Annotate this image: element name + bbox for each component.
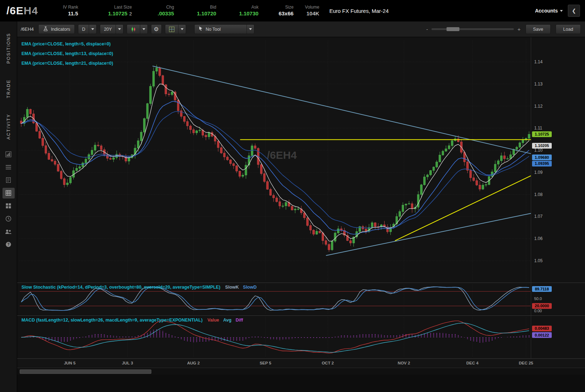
svg-text:1.10725: 1.10725 bbox=[535, 132, 549, 136]
time-axis-label: AUG 2 bbox=[187, 361, 200, 365]
chevron-down-icon bbox=[560, 10, 563, 12]
gear-icon: ⚙ bbox=[153, 26, 159, 33]
header-symbol: /6EH4 bbox=[6, 5, 38, 17]
slowk-legend: SlowK bbox=[225, 285, 239, 290]
svg-text:1.09680: 1.09680 bbox=[535, 155, 549, 160]
users-icon[interactable] bbox=[3, 226, 15, 237]
stat-value: 1.107252 bbox=[108, 10, 132, 17]
chart-scrollbar-thumb[interactable] bbox=[20, 369, 151, 374]
stat-label: Size bbox=[285, 5, 293, 10]
stat-value: 63x66 bbox=[279, 10, 294, 17]
candlestick-icon bbox=[127, 26, 140, 32]
svg-text:1.09395: 1.09395 bbox=[535, 161, 549, 166]
cursor-icon bbox=[198, 26, 203, 32]
accounts-dropdown[interactable]: Accounts bbox=[535, 8, 563, 14]
range-dropdown[interactable]: 20Y bbox=[100, 24, 123, 34]
ema21-label[interactable]: EMA (price=CLOSE, length=21, displace=0) bbox=[21, 59, 113, 68]
svg-text:0.00483: 0.00483 bbox=[535, 326, 549, 330]
time-axis-label: JUN 5 bbox=[64, 361, 76, 365]
instrument-title: Euro FX Futures, Mar-24 bbox=[329, 8, 389, 14]
timeframe-dropdown[interactable]: D bbox=[78, 24, 97, 34]
stochastic-label-row: Slow Stochastic (kPeriod=14, dPeriod=3, … bbox=[21, 285, 257, 290]
macd-diff-legend: Diff bbox=[235, 318, 243, 323]
stat-change: Chg .00335 bbox=[136, 5, 178, 17]
svg-text:1.10205: 1.10205 bbox=[535, 143, 549, 148]
zoom-control: - + bbox=[426, 26, 521, 32]
stat-value: 104K bbox=[307, 10, 320, 17]
chart-type-dropdown[interactable] bbox=[127, 24, 148, 34]
indicators-button[interactable]: Indicators bbox=[38, 24, 75, 34]
order-page-icon[interactable] bbox=[3, 175, 15, 186]
stat-volume: Volume 104K bbox=[298, 5, 323, 17]
table-grid-icon[interactable] bbox=[3, 188, 15, 199]
stat-value: .00335 bbox=[158, 10, 174, 17]
stat-label: Last Size bbox=[114, 5, 132, 10]
sidebar-tab-trade[interactable]: TRADE bbox=[6, 79, 11, 98]
macd-value-legend: Value bbox=[208, 318, 219, 323]
ema5-label[interactable]: EMA (price=CLOSE, length=5, displace=0) bbox=[21, 39, 113, 49]
svg-text:1.12: 1.12 bbox=[534, 104, 543, 109]
stochastic-study-label[interactable]: Slow Stochastic (kPeriod=14, dPeriod=3, … bbox=[21, 285, 220, 290]
trading-platform-window: /6EH4 IV Rank 11.5 Last Size 1.107252 Ch… bbox=[0, 0, 585, 392]
svg-text:1.06: 1.06 bbox=[534, 236, 543, 241]
drawing-tool-dropdown[interactable]: No Tool bbox=[194, 24, 254, 34]
save-button[interactable]: Save bbox=[526, 24, 551, 34]
chart-column-icon[interactable] bbox=[3, 149, 15, 160]
time-axis-label: NOV 2 bbox=[398, 361, 410, 365]
chart-scrollbar[interactable] bbox=[17, 368, 585, 375]
chevron-down-icon bbox=[181, 28, 184, 30]
grid-layout-icon bbox=[165, 26, 178, 32]
load-button[interactable]: Load bbox=[556, 24, 581, 34]
macd-pane[interactable]: 0.004830.00122 MACD (fastLength=12, slow… bbox=[17, 315, 585, 358]
last-size-qty: 2 bbox=[129, 11, 132, 16]
zoom-slider[interactable] bbox=[432, 28, 514, 30]
time-axis-label: OCT 2 bbox=[322, 361, 334, 365]
zoom-in-button[interactable]: + bbox=[517, 26, 521, 32]
time-axis: JUN 5JUL 3AUG 2SEP 5OCT 2NOV 2DEC 4DEC 2… bbox=[17, 358, 585, 368]
chart-settings-button[interactable]: ⚙ bbox=[151, 24, 162, 34]
stat-label: Ask bbox=[251, 5, 258, 10]
stat-bid: Bid 1.10720 bbox=[178, 5, 220, 17]
macd-study-label[interactable]: MACD (fastLength=12, slowLength=26, macd… bbox=[21, 318, 203, 323]
history-clock-icon[interactable] bbox=[3, 214, 15, 224]
price-pane[interactable]: 1.141.131.121.111.101.091.081.071.061.05… bbox=[17, 37, 585, 283]
time-axis-label: SEP 5 bbox=[260, 361, 271, 365]
stat-value: 1.10730 bbox=[239, 10, 258, 17]
sidebar-tab-activity[interactable]: ACTIVITY bbox=[6, 114, 11, 139]
svg-text:1.13: 1.13 bbox=[534, 82, 543, 87]
svg-text:0.00: 0.00 bbox=[534, 309, 542, 313]
stat-value: 11.5 bbox=[68, 10, 78, 17]
header-symbol-suffix: H4 bbox=[24, 5, 38, 16]
price-chart-canvas[interactable]: 1.141.131.121.111.101.091.081.071.061.05… bbox=[17, 37, 585, 283]
stat-ask: Ask 1.10730 bbox=[220, 5, 263, 17]
svg-text:1.09: 1.09 bbox=[534, 170, 543, 175]
quote-stats: IV Rank 11.5 Last Size 1.107252 Chg .003… bbox=[48, 5, 323, 17]
collapse-panel-button[interactable]: ❮ bbox=[568, 5, 580, 17]
stat-iv-rank: IV Rank 11.5 bbox=[48, 5, 82, 17]
zoom-slider-thumb[interactable] bbox=[447, 27, 459, 31]
svg-text:1.14: 1.14 bbox=[534, 59, 543, 64]
dashboard-squares-icon[interactable] bbox=[3, 201, 15, 211]
beaker-icon bbox=[43, 26, 48, 33]
zoom-out-button[interactable]: - bbox=[426, 26, 428, 32]
svg-text:1.07: 1.07 bbox=[534, 214, 543, 219]
list-icon[interactable] bbox=[3, 162, 15, 173]
stochastic-pane[interactable]: 50.00.0089.711820.0000 Slow Stochastic (… bbox=[17, 283, 585, 315]
svg-text:89.7118: 89.7118 bbox=[535, 287, 549, 291]
stat-size: Size 63x66 bbox=[263, 5, 298, 17]
help-icon[interactable]: ? bbox=[3, 239, 15, 250]
time-axis-label: DEC 4 bbox=[466, 361, 478, 365]
ema13-label[interactable]: EMA (price=CLOSE, length=13, displace=0) bbox=[21, 49, 113, 59]
left-sidebar: POSITIONS TRADE ACTIVITY bbox=[0, 21, 17, 392]
chevron-down-icon bbox=[142, 28, 145, 30]
stat-label: IV Rank bbox=[63, 5, 78, 10]
grid-layout-dropdown[interactable] bbox=[165, 24, 186, 34]
stat-label: Chg bbox=[166, 5, 174, 10]
sidebar-tab-positions[interactable]: POSITIONS bbox=[6, 33, 11, 64]
svg-text:1.08: 1.08 bbox=[534, 192, 543, 197]
header: /6EH4 IV Rank 11.5 Last Size 1.107252 Ch… bbox=[0, 0, 585, 21]
svg-text:1.05: 1.05 bbox=[534, 258, 543, 263]
svg-text:1.11: 1.11 bbox=[534, 126, 542, 131]
bottom-filler bbox=[17, 375, 585, 392]
stat-label: Volume bbox=[305, 5, 319, 10]
